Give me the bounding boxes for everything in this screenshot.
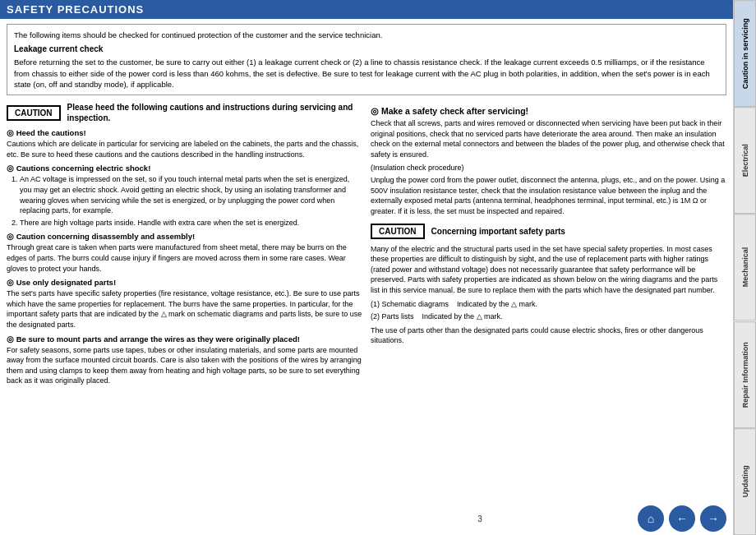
- right-caution-text2: The use of parts other than the designat…: [371, 325, 726, 346]
- sidebar-tab-electrical-label: Electrical: [741, 144, 749, 177]
- disassembly-text: Through great care is taken when parts w…: [7, 242, 362, 274]
- designated-parts-heading: Use only designated parts!: [7, 278, 362, 287]
- mount-parts-heading: Be sure to mount parts and arrange the w…: [7, 334, 362, 344]
- disassembly-heading: Caution concerning disassembly and assem…: [7, 232, 362, 241]
- make-safety-heading: ◎ Make a safety check after servicing!: [371, 106, 726, 116]
- left-caution-header: CAUTION Please heed the following cautio…: [7, 102, 362, 123]
- schematic-indicated: Indicated by the △ mark.: [457, 299, 537, 310]
- right-caution-text1: Many of the electric and the structural …: [371, 244, 726, 296]
- back-button[interactable]: ←: [669, 505, 695, 532]
- schematic-row: (1) Schematic diagrams Indicated by the …: [371, 299, 726, 310]
- parts-indicated: Indicated by the △ mark.: [422, 311, 503, 322]
- parts-row: (2) Parts lists Indicated by the △ mark.: [371, 311, 726, 322]
- leakage-text: Before returning the set to the customer…: [14, 58, 710, 89]
- page-number: 3: [322, 514, 638, 523]
- nav-buttons: ⌂ ← →: [638, 505, 726, 532]
- left-column: CAUTION Please heed the following cautio…: [7, 102, 362, 497]
- right-caution-header: CAUTION Concerning important safety part…: [371, 224, 726, 239]
- sidebar-tab-updating[interactable]: Updating: [734, 428, 756, 535]
- left-caution-title: Please heed the following cautions and i…: [67, 102, 362, 123]
- make-safety-text1: Check that all screws, parts and wires r…: [371, 118, 726, 159]
- intro-box: The following items should be checked fo…: [7, 24, 726, 95]
- make-safety-text3: Unplug the power cord from the power out…: [371, 175, 726, 216]
- right-caution-title: Concerning important safety parts: [431, 226, 565, 237]
- header-title: SAFETY PRECAUTIONS: [7, 3, 144, 16]
- sidebar-tab-mechanical-label: Mechanical: [741, 247, 749, 288]
- intro-text: The following items should be checked fo…: [14, 30, 382, 39]
- leakage-title: Leakage current check: [14, 44, 719, 55]
- sidebar-tab-electrical[interactable]: Electrical: [734, 107, 756, 214]
- heed-cautions-text: Cautions which are delicate in particula…: [7, 139, 362, 159]
- page-header: SAFETY PRECAUTIONS: [0, 0, 733, 19]
- sidebar-tab-updating-label: Updating: [741, 465, 749, 497]
- sidebar-tab-caution[interactable]: Caution in servicing: [734, 0, 756, 107]
- sidebar-tab-repair-label: Repair Information: [741, 342, 749, 408]
- sidebar: Caution in servicing Electrical Mechanic…: [733, 0, 756, 535]
- right-column: ◎ Make a safety check after servicing! C…: [371, 102, 726, 497]
- heed-cautions-heading: Heed the cautions!: [7, 128, 362, 137]
- sidebar-tab-caution-label: Caution in servicing: [741, 18, 749, 89]
- make-safety-text2: (Insulation check procedure): [371, 163, 726, 173]
- bottom-nav: 3 ⌂ ← →: [0, 502, 733, 535]
- sidebar-tab-repair[interactable]: Repair Information: [734, 321, 756, 428]
- mount-parts-text: For safety seasons, some parts use tapes…: [7, 345, 362, 386]
- electric-shock-heading: Cautions concerning electric shock!: [7, 164, 362, 173]
- designated-parts-text: The set's parts have specific safety pro…: [7, 288, 362, 330]
- parts-label: (2) Parts lists: [371, 311, 414, 322]
- electric-shock-text: An AC voltage is impressed on the set, s…: [7, 174, 362, 228]
- home-button[interactable]: ⌂: [638, 505, 664, 532]
- right-caution-section: CAUTION Concerning important safety part…: [371, 224, 726, 346]
- sidebar-tab-mechanical[interactable]: Mechanical: [734, 214, 756, 321]
- schematic-label: (1) Schematic diagrams: [371, 299, 449, 310]
- forward-button[interactable]: →: [700, 505, 726, 532]
- left-caution-badge: CAUTION: [7, 105, 61, 121]
- right-caution-badge: CAUTION: [371, 224, 425, 239]
